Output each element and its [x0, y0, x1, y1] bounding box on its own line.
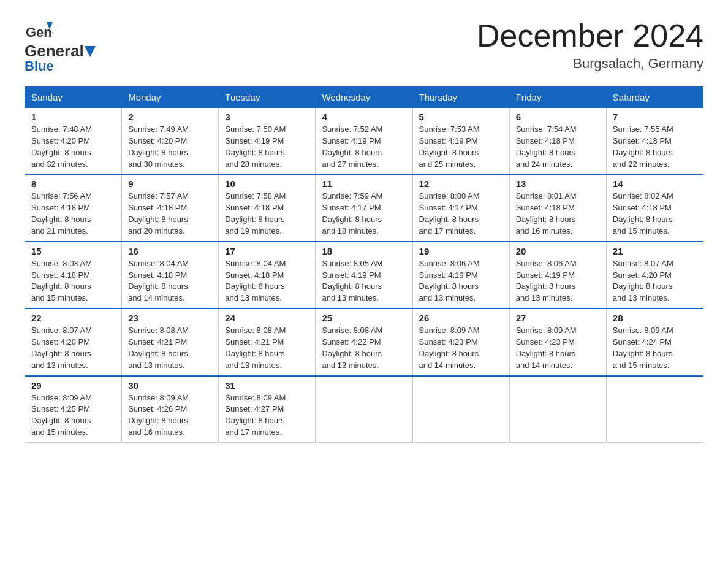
- calendar-cell: 20 Sunrise: 8:06 AMSunset: 4:19 PMDaylig…: [509, 242, 606, 308]
- day-info: Sunrise: 8:09 AMSunset: 4:26 PMDaylight:…: [128, 393, 212, 439]
- day-info: Sunrise: 8:00 AMSunset: 4:17 PMDaylight:…: [419, 191, 503, 237]
- day-info: Sunrise: 7:52 AMSunset: 4:19 PMDaylight:…: [322, 124, 406, 170]
- day-number: 11: [322, 178, 406, 189]
- calendar-week-row: 8 Sunrise: 7:56 AMSunset: 4:18 PMDayligh…: [25, 174, 703, 241]
- day-info: Sunrise: 7:57 AMSunset: 4:18 PMDaylight:…: [128, 191, 212, 237]
- logo: General General Blue: [25, 18, 96, 74]
- calendar-weekday-header: Saturday: [606, 87, 703, 108]
- day-info: Sunrise: 8:05 AMSunset: 4:19 PMDaylight:…: [322, 258, 406, 304]
- day-number: 1: [31, 112, 115, 122]
- calendar-cell: 25 Sunrise: 8:08 AMSunset: 4:22 PMDaylig…: [316, 308, 412, 375]
- calendar-cell: 13 Sunrise: 8:01 AMSunset: 4:18 PMDaylig…: [509, 174, 606, 241]
- calendar-cell: [606, 376, 703, 443]
- day-number: 13: [516, 178, 600, 189]
- calendar-header-row: SundayMondayTuesdayWednesdayThursdayFrid…: [25, 87, 703, 108]
- day-number: 26: [419, 313, 503, 323]
- day-info: Sunrise: 8:08 AMSunset: 4:22 PMDaylight:…: [322, 325, 406, 371]
- calendar-cell: 11 Sunrise: 7:59 AMSunset: 4:17 PMDaylig…: [316, 174, 412, 241]
- day-info: Sunrise: 8:04 AMSunset: 4:18 PMDaylight:…: [128, 258, 212, 304]
- day-number: 4: [322, 112, 406, 122]
- day-info: Sunrise: 7:49 AMSunset: 4:20 PMDaylight:…: [128, 124, 212, 170]
- day-number: 30: [128, 380, 212, 391]
- calendar-cell: 7 Sunrise: 7:55 AMSunset: 4:18 PMDayligh…: [606, 108, 703, 175]
- logo-arrow-icon: [85, 46, 96, 57]
- calendar-cell: 18 Sunrise: 8:05 AMSunset: 4:19 PMDaylig…: [316, 242, 412, 308]
- day-number: 20: [516, 246, 600, 256]
- calendar-cell: 2 Sunrise: 7:49 AMSunset: 4:20 PMDayligh…: [122, 108, 219, 175]
- day-info: Sunrise: 7:55 AMSunset: 4:18 PMDaylight:…: [613, 124, 697, 170]
- day-info: Sunrise: 8:09 AMSunset: 4:24 PMDaylight:…: [613, 325, 697, 371]
- calendar-cell: 10 Sunrise: 7:58 AMSunset: 4:18 PMDaylig…: [219, 174, 316, 241]
- day-info: Sunrise: 7:56 AMSunset: 4:18 PMDaylight:…: [31, 191, 115, 237]
- day-info: Sunrise: 8:09 AMSunset: 4:27 PMDaylight:…: [225, 393, 309, 439]
- day-number: 8: [31, 178, 115, 189]
- page-subtitle: Burgsalach, Germany: [477, 56, 703, 72]
- calendar-cell: 24 Sunrise: 8:08 AMSunset: 4:21 PMDaylig…: [219, 308, 316, 375]
- calendar-cell: 3 Sunrise: 7:50 AMSunset: 4:19 PMDayligh…: [219, 108, 316, 175]
- calendar-cell: 19 Sunrise: 8:06 AMSunset: 4:19 PMDaylig…: [412, 242, 509, 308]
- day-number: 6: [516, 112, 600, 122]
- day-info: Sunrise: 7:48 AMSunset: 4:20 PMDaylight:…: [31, 124, 115, 170]
- calendar-cell: 17 Sunrise: 8:04 AMSunset: 4:18 PMDaylig…: [219, 242, 316, 308]
- title-block: December 2024 Burgsalach, Germany: [477, 18, 703, 72]
- day-info: Sunrise: 7:53 AMSunset: 4:19 PMDaylight:…: [419, 124, 503, 170]
- day-info: Sunrise: 7:59 AMSunset: 4:17 PMDaylight:…: [322, 191, 406, 237]
- day-number: 12: [419, 178, 503, 189]
- page-title: December 2024: [477, 18, 703, 53]
- day-info: Sunrise: 7:54 AMSunset: 4:18 PMDaylight:…: [516, 124, 600, 170]
- calendar-week-row: 15 Sunrise: 8:03 AMSunset: 4:18 PMDaylig…: [25, 242, 703, 308]
- calendar-cell: 28 Sunrise: 8:09 AMSunset: 4:24 PMDaylig…: [606, 308, 703, 375]
- day-info: Sunrise: 8:06 AMSunset: 4:19 PMDaylight:…: [419, 258, 503, 304]
- calendar-cell: 22 Sunrise: 8:07 AMSunset: 4:20 PMDaylig…: [25, 308, 122, 375]
- calendar-body: 1 Sunrise: 7:48 AMSunset: 4:20 PMDayligh…: [25, 108, 703, 443]
- day-info: Sunrise: 8:09 AMSunset: 4:23 PMDaylight:…: [516, 325, 600, 371]
- day-number: 29: [31, 380, 115, 391]
- day-number: 16: [128, 246, 212, 256]
- day-number: 23: [128, 313, 212, 323]
- day-number: 17: [225, 246, 309, 256]
- day-info: Sunrise: 7:58 AMSunset: 4:18 PMDaylight:…: [225, 191, 309, 237]
- day-info: Sunrise: 8:07 AMSunset: 4:20 PMDaylight:…: [613, 258, 697, 304]
- day-number: 10: [225, 178, 309, 189]
- calendar-week-row: 1 Sunrise: 7:48 AMSunset: 4:20 PMDayligh…: [25, 108, 703, 175]
- calendar-cell: 4 Sunrise: 7:52 AMSunset: 4:19 PMDayligh…: [316, 108, 412, 175]
- calendar-cell: 5 Sunrise: 7:53 AMSunset: 4:19 PMDayligh…: [412, 108, 509, 175]
- calendar-cell: 27 Sunrise: 8:09 AMSunset: 4:23 PMDaylig…: [509, 308, 606, 375]
- calendar-week-row: 29 Sunrise: 8:09 AMSunset: 4:25 PMDaylig…: [25, 376, 703, 443]
- day-number: 24: [225, 313, 309, 323]
- calendar-cell: 31 Sunrise: 8:09 AMSunset: 4:27 PMDaylig…: [219, 376, 316, 443]
- logo-blue-text: Blue: [25, 58, 54, 74]
- calendar-cell: 30 Sunrise: 8:09 AMSunset: 4:26 PMDaylig…: [122, 376, 219, 443]
- day-info: Sunrise: 8:08 AMSunset: 4:21 PMDaylight:…: [225, 325, 309, 371]
- calendar-weekday-header: Thursday: [412, 87, 509, 108]
- day-number: 19: [419, 246, 503, 256]
- calendar-cell: 21 Sunrise: 8:07 AMSunset: 4:20 PMDaylig…: [606, 242, 703, 308]
- calendar-cell: 26 Sunrise: 8:09 AMSunset: 4:23 PMDaylig…: [412, 308, 509, 375]
- day-number: 9: [128, 178, 212, 189]
- day-number: 14: [613, 178, 697, 189]
- calendar-weekday-header: Tuesday: [219, 87, 316, 108]
- day-number: 27: [516, 313, 600, 323]
- day-info: Sunrise: 8:06 AMSunset: 4:19 PMDaylight:…: [516, 258, 600, 304]
- day-info: Sunrise: 8:01 AMSunset: 4:18 PMDaylight:…: [516, 191, 600, 237]
- day-number: 5: [419, 112, 503, 122]
- day-number: 21: [613, 246, 697, 256]
- calendar-cell: 6 Sunrise: 7:54 AMSunset: 4:18 PMDayligh…: [509, 108, 606, 175]
- calendar-weekday-header: Monday: [122, 87, 219, 108]
- calendar-cell: 12 Sunrise: 8:00 AMSunset: 4:17 PMDaylig…: [412, 174, 509, 241]
- calendar-cell: 14 Sunrise: 8:02 AMSunset: 4:18 PMDaylig…: [606, 174, 703, 241]
- calendar-cell: 9 Sunrise: 7:57 AMSunset: 4:18 PMDayligh…: [122, 174, 219, 241]
- calendar-weekday-header: Wednesday: [316, 87, 412, 108]
- day-info: Sunrise: 8:02 AMSunset: 4:18 PMDaylight:…: [613, 191, 697, 237]
- day-info: Sunrise: 8:08 AMSunset: 4:21 PMDaylight:…: [128, 325, 212, 371]
- calendar-cell: [316, 376, 412, 443]
- calendar-cell: 16 Sunrise: 8:04 AMSunset: 4:18 PMDaylig…: [122, 242, 219, 308]
- day-number: 7: [613, 112, 697, 122]
- svg-marker-2: [85, 46, 96, 57]
- calendar-weekday-header: Sunday: [25, 87, 122, 108]
- calendar-table: SundayMondayTuesdayWednesdayThursdayFrid…: [25, 86, 703, 443]
- calendar-cell: 29 Sunrise: 8:09 AMSunset: 4:25 PMDaylig…: [25, 376, 122, 443]
- day-info: Sunrise: 7:50 AMSunset: 4:19 PMDaylight:…: [225, 124, 309, 170]
- day-info: Sunrise: 8:03 AMSunset: 4:18 PMDaylight:…: [31, 258, 115, 304]
- day-info: Sunrise: 8:04 AMSunset: 4:18 PMDaylight:…: [225, 258, 309, 304]
